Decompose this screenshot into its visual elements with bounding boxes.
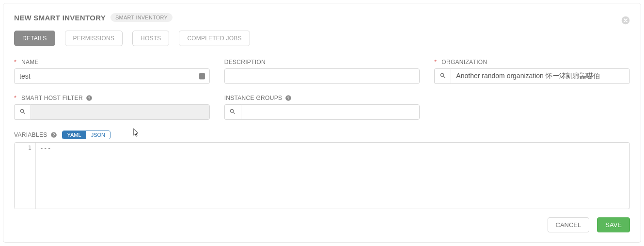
tab-hosts[interactable]: HOSTS (132, 31, 169, 46)
description-label: DESCRIPTION (224, 59, 420, 66)
name-field-group: *NAME (14, 59, 210, 84)
save-button[interactable]: SAVE (597, 217, 630, 232)
required-star: * (14, 95, 16, 101)
close-icon (621, 18, 630, 26)
variables-editor[interactable]: 1 --- (14, 142, 630, 209)
spacer-col (434, 95, 630, 120)
description-input[interactable] (224, 68, 420, 84)
inventory-type-badge: SMART INVENTORY (110, 13, 173, 22)
cancel-button[interactable]: CANCEL (548, 217, 590, 232)
close-button[interactable] (621, 16, 630, 25)
instance-groups-group: INSTANCE GROUPS ? (224, 95, 420, 120)
instance-groups-lookup-button[interactable] (224, 104, 241, 120)
name-input[interactable] (14, 68, 210, 84)
form-row-1: *NAME DESCRIPTION *ORGANIZATION (14, 59, 630, 84)
page-title: NEW SMART INVENTORY (14, 14, 106, 22)
json-toggle[interactable]: JSON (86, 131, 110, 139)
help-icon[interactable]: ? (285, 95, 292, 101)
tab-bar: DETAILS PERMISSIONS HOSTS COMPLETED JOBS (14, 31, 630, 46)
tab-completed-jobs[interactable]: COMPLETED JOBS (179, 31, 250, 46)
required-star: * (434, 59, 437, 66)
smart-host-filter-group: * SMART HOST FILTER ? (14, 95, 210, 120)
form-footer: CANCEL SAVE (548, 217, 630, 232)
svg-text:?: ? (52, 133, 55, 137)
organization-label: *ORGANIZATION (434, 59, 630, 66)
yaml-toggle[interactable]: YAML (63, 131, 86, 139)
line-number: 1 (15, 145, 31, 151)
editor-content[interactable]: --- (36, 143, 629, 209)
organization-field-group: *ORGANIZATION (434, 59, 630, 84)
variables-label: VARIABLES ? (14, 131, 57, 138)
instance-groups-label: INSTANCE GROUPS ? (224, 95, 420, 101)
search-icon (19, 108, 26, 116)
help-icon[interactable]: ? (50, 131, 57, 138)
search-icon (229, 108, 236, 116)
panel-header: NEW SMART INVENTORY SMART INVENTORY (14, 13, 630, 22)
tab-permissions[interactable]: PERMISSIONS (65, 31, 123, 46)
search-icon (440, 72, 446, 81)
variables-header: VARIABLES ? YAML JSON (14, 131, 630, 139)
name-label: *NAME (14, 59, 210, 66)
organization-input[interactable] (451, 68, 630, 84)
editor-gutter: 1 (15, 143, 36, 209)
smart-host-filter-label: * SMART HOST FILTER ? (14, 95, 210, 101)
organization-lookup-button[interactable] (434, 68, 451, 84)
svg-text:?: ? (287, 96, 290, 100)
smart-host-filter-input[interactable] (31, 104, 210, 120)
tab-details[interactable]: DETAILS (14, 31, 55, 46)
required-star: * (14, 59, 16, 66)
smart-host-filter-lookup-button[interactable] (14, 104, 31, 120)
instance-groups-input[interactable] (241, 104, 420, 120)
help-icon[interactable]: ? (86, 95, 93, 101)
description-field-group: DESCRIPTION (224, 59, 420, 84)
svg-text:?: ? (88, 96, 90, 100)
form-row-2: * SMART HOST FILTER ? INSTANCE GROUPS ? (14, 95, 630, 120)
inventory-form-panel: NEW SMART INVENTORY SMART INVENTORY DETA… (3, 3, 641, 243)
variables-format-toggle: YAML JSON (62, 131, 110, 139)
